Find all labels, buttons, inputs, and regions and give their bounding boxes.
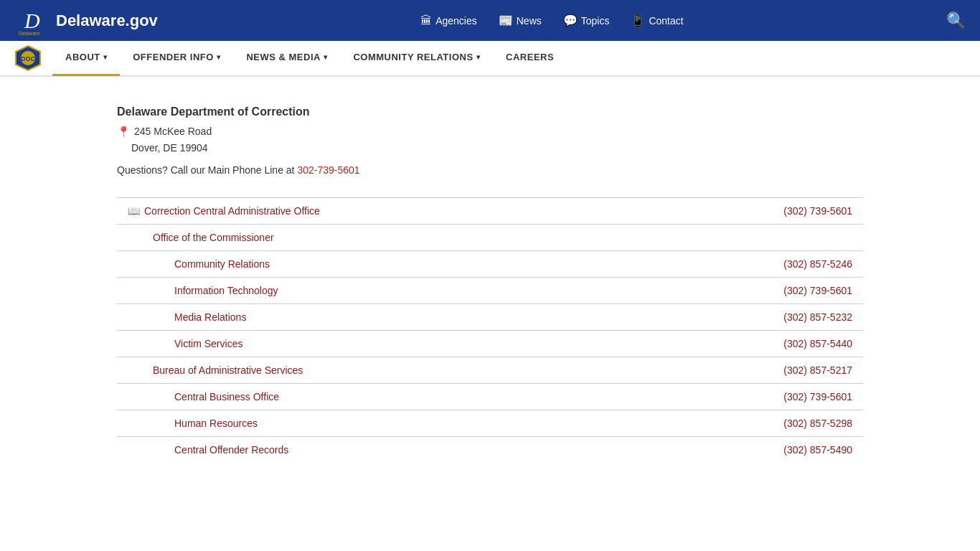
- address-line1-block: 📍 245 McKee Road: [117, 126, 863, 138]
- table-row: Bureau of Administrative Services(302) 8…: [117, 357, 863, 384]
- address-line2: Dover, DE 19904: [117, 142, 863, 154]
- agencies-icon: 🏛: [420, 14, 432, 27]
- dir-entry-name: Bureau of Administrative Services: [117, 357, 641, 384]
- dir-phone[interactable]: (302) 739-5601: [641, 198, 863, 225]
- nav-about-label: ABOUT: [65, 52, 100, 62]
- contact-label: Contact: [649, 15, 683, 27]
- table-row: Media Relations(302) 857-5232: [117, 304, 863, 331]
- dir-phone: [641, 225, 863, 251]
- dept-name: Delaware Department of Correction: [117, 105, 863, 118]
- directory-table: 📖Correction Central Administrative Offic…: [117, 197, 863, 463]
- dir-phone[interactable]: (302) 857-5490: [641, 437, 863, 463]
- dir-entry-name: Human Resources: [117, 410, 641, 437]
- nav-offender-info[interactable]: OFFENDER INFO ▾: [120, 40, 233, 76]
- table-row: Central Offender Records(302) 857-5490: [117, 437, 863, 463]
- phone-text: Questions? Call our Main Phone Line at: [117, 164, 297, 176]
- table-row: Central Business Office(302) 739-5601: [117, 384, 863, 410]
- dir-phone[interactable]: (302) 857-5217: [641, 357, 863, 384]
- dir-phone-link[interactable]: (302) 739-5601: [783, 391, 852, 402]
- dir-phone-link[interactable]: (302) 739-5601: [783, 205, 852, 217]
- dir-name-link[interactable]: Office of the Commissioner: [153, 232, 274, 243]
- site-title: Delaware.gov: [56, 11, 158, 30]
- topics-icon: 💬: [563, 14, 578, 27]
- nav-news-media[interactable]: NEWS & MEDIA ▾: [233, 40, 340, 76]
- table-row: Office of the Commissioner: [117, 225, 863, 251]
- table-row: Victim Services(302) 857-5440: [117, 331, 863, 357]
- dir-name-link[interactable]: Central Business Office: [174, 391, 279, 402]
- dir-name-link[interactable]: Correction Central Administrative Office: [144, 205, 320, 217]
- dir-phone[interactable]: (302) 857-5440: [641, 331, 863, 357]
- news-caret-icon: ▾: [324, 53, 328, 61]
- topics-label: Topics: [581, 15, 610, 27]
- dir-phone[interactable]: (302) 739-5601: [641, 278, 863, 304]
- dir-name-link[interactable]: Media Relations: [174, 311, 246, 323]
- table-row: Community Relations(302) 857-5246: [117, 251, 863, 278]
- secondary-nav: DOC ABOUT ▾ OFFENDER INFO ▾ NEWS & MEDIA…: [0, 41, 980, 77]
- main-phone-link[interactable]: 302-739-5601: [297, 164, 359, 176]
- about-caret-icon: ▾: [103, 53, 108, 61]
- dept-badge-icon: DOC: [14, 44, 42, 72]
- svg-text:D: D: [24, 9, 40, 32]
- dir-entry-name: Community Relations: [117, 251, 641, 278]
- agencies-link[interactable]: 🏛 Agencies: [420, 14, 477, 27]
- search-icon[interactable]: 🔍: [946, 11, 966, 30]
- news-icon: 📰: [499, 14, 513, 27]
- community-caret-icon: ▾: [476, 53, 481, 61]
- dir-phone[interactable]: (302) 739-5601: [641, 384, 863, 410]
- dir-name-link[interactable]: Human Resources: [174, 418, 258, 429]
- agencies-label: Agencies: [435, 15, 477, 27]
- dir-phone-link[interactable]: (302) 857-5232: [783, 311, 852, 323]
- dir-phone[interactable]: (302) 857-5232: [641, 304, 863, 331]
- svg-text:Delaware: Delaware: [19, 31, 40, 36]
- table-row: Information Technology(302) 739-5601: [117, 278, 863, 304]
- dir-name-link[interactable]: Central Offender Records: [174, 444, 288, 456]
- svg-text:DOC: DOC: [21, 55, 36, 62]
- dir-entry-name: Office of the Commissioner: [117, 225, 641, 251]
- nav-careers-label: CAREERS: [506, 52, 554, 62]
- topics-link[interactable]: 💬 Topics: [563, 14, 610, 27]
- dir-entry-name: 📖Correction Central Administrative Offic…: [117, 198, 641, 225]
- nav-careers[interactable]: CAREERS: [493, 40, 567, 76]
- dir-phone-link[interactable]: (302) 857-5440: [783, 338, 852, 349]
- table-row: 📖Correction Central Administrative Offic…: [117, 198, 863, 225]
- map-book-icon: 📖: [128, 205, 140, 217]
- dir-entry-name: Central Offender Records: [117, 437, 641, 463]
- dir-name-link[interactable]: Information Technology: [174, 285, 278, 296]
- delaware-logo-icon: D Delaware: [14, 4, 49, 38]
- site-logo-group: D Delaware Delaware.gov: [14, 4, 158, 38]
- table-row: Human Resources(302) 857-5298: [117, 410, 863, 437]
- map-pin-icon: 📍: [117, 126, 131, 138]
- phone-line: Questions? Call our Main Phone Line at 3…: [117, 164, 863, 176]
- main-content: Delaware Department of Correction 📍 245 …: [60, 105, 920, 463]
- nav-news-label: NEWS & MEDIA: [246, 52, 321, 62]
- dir-name-link[interactable]: Community Relations: [174, 258, 270, 270]
- nav-community-relations[interactable]: COMMUNITY RELATIONS ▾: [340, 40, 493, 76]
- dir-entry-name: Central Business Office: [117, 384, 641, 410]
- contact-link[interactable]: 📱 Contact: [631, 14, 683, 27]
- dir-phone[interactable]: (302) 857-5298: [641, 410, 863, 437]
- dir-phone-link[interactable]: (302) 857-5298: [783, 418, 852, 429]
- address-line1: 245 McKee Road: [134, 126, 212, 137]
- dir-name-link[interactable]: Victim Services: [174, 338, 242, 349]
- dir-entry-name: Information Technology: [117, 278, 641, 304]
- dir-entry-name: Victim Services: [117, 331, 641, 357]
- top-header: D Delaware Delaware.gov 🏛 Agencies 📰 New…: [0, 0, 980, 41]
- news-label: News: [517, 15, 542, 27]
- top-nav: 🏛 Agencies 📰 News 💬 Topics 📱 Contact: [420, 14, 684, 27]
- offender-caret-icon: ▾: [217, 53, 221, 61]
- news-link[interactable]: 📰 News: [499, 14, 542, 27]
- nav-offender-label: OFFENDER INFO: [133, 52, 214, 62]
- dir-phone-link[interactable]: (302) 857-5217: [783, 364, 852, 376]
- dir-name-link[interactable]: Bureau of Administrative Services: [153, 364, 303, 376]
- dir-phone-link[interactable]: (302) 739-5601: [783, 285, 852, 296]
- dir-entry-name: Media Relations: [117, 304, 641, 331]
- dir-phone-link[interactable]: (302) 857-5246: [783, 258, 852, 270]
- nav-community-label: COMMUNITY RELATIONS: [353, 52, 473, 62]
- nav-about[interactable]: ABOUT ▾: [52, 40, 120, 76]
- dir-phone[interactable]: (302) 857-5246: [641, 251, 863, 278]
- dir-phone-link[interactable]: (302) 857-5490: [783, 444, 852, 456]
- contact-icon: 📱: [631, 14, 645, 27]
